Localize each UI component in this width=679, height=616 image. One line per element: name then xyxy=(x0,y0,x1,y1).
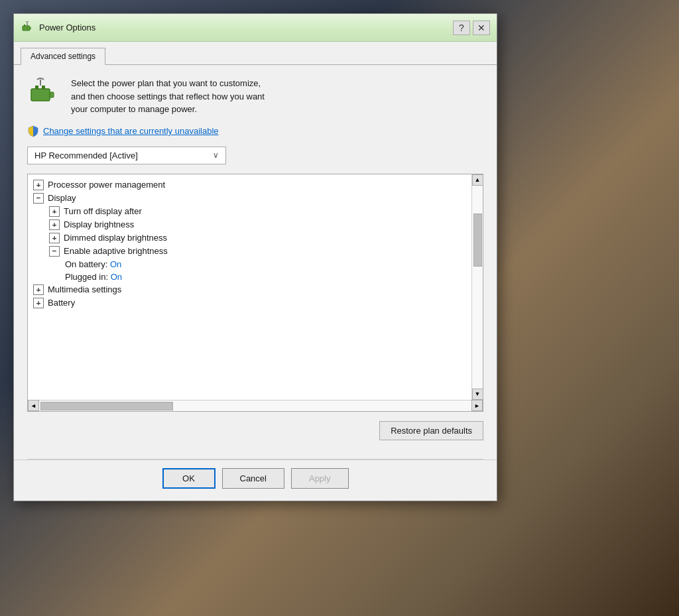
scroll-up-button[interactable]: ▲ xyxy=(472,174,483,186)
tree-item-display[interactable]: − Display xyxy=(28,192,471,205)
svg-rect-0 xyxy=(23,26,30,31)
restore-plan-defaults-button[interactable]: Restore plan defaults xyxy=(379,421,483,440)
tree-item-turn-off-display[interactable]: + Turn off display after xyxy=(28,205,471,218)
svg-rect-7 xyxy=(35,86,38,89)
close-button[interactable]: ✕ xyxy=(473,21,490,35)
tree-expander-processor[interactable]: + xyxy=(33,180,44,190)
cancel-button[interactable]: Cancel xyxy=(222,468,284,489)
tree-item-value-plugged-in: On xyxy=(111,272,122,282)
power-plan-icon xyxy=(27,77,62,111)
horizontal-scrollbar: ◄ ► xyxy=(28,400,483,411)
tree-expander-display-brightness[interactable]: + xyxy=(49,219,60,230)
tree-item-text-display: Display xyxy=(48,193,76,203)
tree-item-processor[interactable]: + Processor power management xyxy=(28,178,471,192)
svg-rect-6 xyxy=(50,92,54,97)
tree-item-value-on-battery: On xyxy=(110,259,121,269)
tree-item-battery[interactable]: + Battery xyxy=(28,296,471,310)
tree-expander-display[interactable]: − xyxy=(33,193,44,204)
tree-item-dimmed-brightness[interactable]: + Dimmed display brightness xyxy=(28,231,471,245)
power-options-dialog: Power Options ? ✕ Advanced settings xyxy=(13,13,497,501)
scroll-thumb-v[interactable] xyxy=(473,214,482,267)
bottom-buttons: OK Cancel Apply xyxy=(14,460,497,501)
tree-item-adaptive-brightness[interactable]: − Enable adaptive brightness xyxy=(28,245,471,258)
tree-item-on-battery[interactable]: On battery: On xyxy=(28,258,471,271)
tree-item-text-dimmed-brightness: Dimmed display brightness xyxy=(64,233,167,243)
plan-dropdown[interactable]: HP Recommended [Active] ∨ xyxy=(27,147,226,164)
tab-advanced-settings[interactable]: Advanced settings xyxy=(21,48,105,65)
vertical-scrollbar: ▲ ▼ xyxy=(471,174,483,400)
tree-expander-battery[interactable]: + xyxy=(33,298,44,308)
tree-item-text-turn-off-display: Turn off display after xyxy=(64,206,142,216)
tree-expander-dimmed-brightness[interactable]: + xyxy=(49,233,60,243)
apply-button[interactable]: Apply xyxy=(291,468,349,489)
tree-item-label-on-battery: On battery: xyxy=(65,259,110,269)
tab-bar: Advanced settings xyxy=(14,42,497,65)
scroll-left-button[interactable]: ◄ xyxy=(28,400,39,411)
scroll-track-h[interactable] xyxy=(39,400,471,411)
change-settings-link[interactable]: Change settings that are currently unava… xyxy=(27,125,483,137)
intro-section: Select the power plan that you want to c… xyxy=(27,77,483,116)
svg-rect-5 xyxy=(31,89,50,101)
tree-item-multimedia[interactable]: + Multimedia settings xyxy=(28,283,471,296)
tree-content: + Processor power management − Display +… xyxy=(28,174,471,400)
tree-item-label-plugged-in: Plugged in: xyxy=(65,272,111,282)
help-button[interactable]: ? xyxy=(453,21,470,35)
tree-item-text-multimedia: Multimedia settings xyxy=(48,284,121,294)
tree-expander-multimedia[interactable]: + xyxy=(33,284,44,295)
title-bar: Power Options ? ✕ xyxy=(14,14,497,42)
tree-container: + Processor power management − Display +… xyxy=(27,174,483,412)
ok-button[interactable]: OK xyxy=(162,468,216,489)
scroll-right-button[interactable]: ► xyxy=(471,400,483,411)
scroll-track-v[interactable] xyxy=(472,186,483,389)
tree-item-text-adaptive-brightness: Enable adaptive brightness xyxy=(64,246,168,256)
content-area: Select the power plan that you want to c… xyxy=(14,65,497,459)
tree-item-text-battery: Battery xyxy=(48,298,75,308)
scroll-thumb-h[interactable] xyxy=(40,402,173,410)
change-settings-link-text[interactable]: Change settings that are currently unava… xyxy=(43,126,219,136)
dropdown-arrow-icon: ∨ xyxy=(213,151,219,160)
tree-item-display-brightness[interactable]: + Display brightness xyxy=(28,218,471,231)
title-bar-controls: ? ✕ xyxy=(453,21,490,35)
svg-rect-2 xyxy=(24,25,25,26)
power-options-icon xyxy=(21,21,34,34)
svg-rect-1 xyxy=(30,27,31,29)
dialog-body: Advanced settings Select the power plan … xyxy=(14,42,497,501)
tree-expander-adaptive-brightness[interactable]: − xyxy=(49,246,60,257)
tree-item-plugged-in[interactable]: Plugged in: On xyxy=(28,271,471,283)
shield-icon xyxy=(27,125,39,137)
tree-item-text-processor: Processor power management xyxy=(48,180,165,190)
tree-expander-turn-off-display[interactable]: + xyxy=(49,206,60,217)
svg-rect-8 xyxy=(42,86,45,89)
intro-text: Select the power plan that you want to c… xyxy=(71,77,265,116)
restore-buttons-row: Restore plan defaults xyxy=(27,421,483,440)
scroll-down-button[interactable]: ▼ xyxy=(472,389,483,400)
dialog-title: Power Options xyxy=(39,23,453,32)
tree-and-scrollbar: + Processor power management − Display +… xyxy=(28,174,483,400)
tree-item-text-display-brightness: Display brightness xyxy=(64,219,134,229)
plan-dropdown-value: HP Recommended [Active] xyxy=(34,151,138,160)
